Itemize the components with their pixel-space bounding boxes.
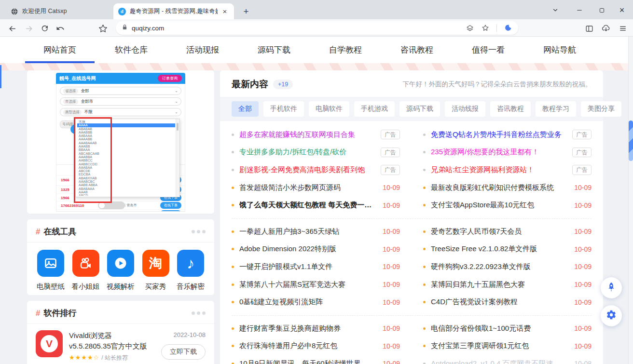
news-item-title[interactable]: 支付宝领AppStore最高10元红包	[431, 201, 568, 210]
nav-item-5[interactable]: 咨讯教程	[400, 37, 433, 63]
more-dots-icon[interactable]	[192, 311, 206, 315]
close-window-button[interactable]: ×	[614, 4, 630, 16]
tool-4[interactable]: ♪音乐解密	[175, 250, 206, 291]
item-bullet	[423, 266, 426, 268]
tab-welcome[interactable]: 欢迎使用 Catsxp	[6, 3, 110, 19]
tool-0[interactable]: 电脑壁纸	[35, 250, 67, 291]
news-item-title[interactable]: 专业拼多多助力/拆红包/转盘/砍价	[239, 148, 375, 157]
music-glyph: ♪	[187, 256, 194, 271]
page-scrollbar[interactable]	[628, 37, 633, 364]
nav-item-2[interactable]: 活动现报	[186, 37, 219, 63]
menu-icon[interactable]	[617, 22, 629, 35]
item-date: 10-09	[574, 298, 592, 306]
news-item-title[interactable]: 某博回归第九十五届黑色大赛	[431, 280, 568, 289]
bookmark-star-icon[interactable]	[481, 24, 490, 32]
ad-badge: 广告	[572, 130, 592, 139]
news-item-title[interactable]: 爱奇艺数字人民币领7天会员	[431, 227, 568, 236]
news-item-title[interactable]: 兄弟站:红尘资源网福利资源站！	[431, 165, 566, 175]
news-item-title[interactable]: 剧迷影视-全网免费高清电影美剧看到饱	[239, 165, 375, 175]
picker-header: 靓号_在线选号网 订单查询	[56, 73, 185, 84]
dark-mode-moon-icon[interactable]	[504, 24, 512, 32]
item-date: 10-09	[383, 324, 400, 332]
filter-tab-2[interactable]: 电脑软件	[309, 101, 349, 117]
download-now-button[interactable]: 立即下载	[161, 344, 206, 360]
nav-item-7[interactable]: 网站导航	[543, 37, 576, 63]
filter-tab-3[interactable]: 手机游戏	[354, 101, 395, 117]
field-value: 全部市	[81, 99, 94, 105]
home-star-icon[interactable]	[96, 22, 109, 35]
vivaldi-icon: V	[36, 330, 63, 357]
item-bullet	[423, 230, 426, 233]
news-item-title[interactable]: C4D广告视觉设计案例教程	[431, 297, 568, 307]
decorative-banner	[0, 63, 629, 70]
order-online-button[interactable]: 在线下单	[160, 210, 181, 211]
tab-quqizy[interactable]: d 趣奇资源网 - 残雪资源网,趣味奇妙 ×	[113, 3, 234, 19]
news-item-title[interactable]: 饿了么每天领大额红包教程 每天免费一顿饭	[239, 201, 377, 210]
news-item-title[interactable]: 0基础建立短视频引流矩阵	[239, 297, 377, 307]
news-item-title[interactable]: 免费送Q钻名片赞/快手抖音粉丝点赞业务	[431, 130, 566, 139]
more-dots-icon[interactable]	[192, 230, 206, 233]
news-item-title[interactable]: 硬件狗狗v3.2.22.0923单文件版	[431, 262, 568, 271]
nav-item-1[interactable]: 软件仓库	[115, 37, 148, 63]
filter-tab-0[interactable]: 全部	[232, 101, 259, 117]
settings-button[interactable]	[601, 305, 622, 326]
filter-tab-8[interactable]: 美图分享	[581, 101, 621, 117]
news-item-title[interactable]: TreeSize Free v2.1.0.82单文件版	[431, 244, 568, 254]
edge-floating-tab[interactable]	[0, 65, 1, 88]
news-item-title[interactable]: 超多在家就能赚钱的互联网项目合集	[239, 130, 375, 139]
news-col-left: 超多在家就能赚钱的互联网项目合集广告专业拼多多助力/拆红包/转盘/砍价广告剧迷影…	[232, 126, 400, 214]
maximize-button[interactable]	[593, 4, 610, 16]
order-online-button[interactable]: 在线下单	[160, 202, 181, 209]
filter-tab-4[interactable]: 源码下载	[399, 101, 440, 117]
news-item-title[interactable]: Antdownload2_v1.0.4 百度网盘不限速	[431, 359, 568, 364]
back-icon[interactable]	[6, 22, 18, 35]
nav-item-3[interactable]: 源码下载	[258, 37, 290, 63]
tool-1[interactable]: 看小姐姐	[70, 250, 102, 291]
item-date: 10-09	[574, 263, 592, 270]
filter-tab-1[interactable]: 手机软件	[263, 101, 304, 117]
download-icon[interactable]	[600, 22, 612, 35]
news-item-title[interactable]: 某博第八十六届黑S冠军竞选大赛	[239, 280, 377, 289]
filter-tab-6[interactable]: 咨讯教程	[490, 101, 531, 117]
number-picker-ad-image[interactable]: 靓号_在线选号网 订单查询 省选择 全部 ⌄ 市选择 全部市 ⌄ 类型选择 不限…	[27, 70, 214, 214]
tool-2[interactable]: 视频解析	[105, 250, 137, 291]
field-label: 市选择	[63, 99, 78, 105]
tool-3[interactable]: 淘买家秀	[140, 250, 172, 291]
minimize-button[interactable]	[571, 4, 588, 16]
software-version[interactable]: v5.5.2805.35官方中文版	[69, 341, 155, 351]
tab-search-chevron-icon[interactable]	[547, 4, 564, 16]
reload-icon[interactable]	[39, 22, 51, 35]
nav-item-0[interactable]: 网站首页	[43, 37, 76, 63]
close-tab-icon[interactable]: ×	[220, 7, 229, 16]
nav-item-4[interactable]: 自学教程	[329, 37, 362, 63]
filter-tab-5[interactable]: 活动线报	[445, 101, 485, 117]
nav-item-6[interactable]: 值得一看	[472, 37, 505, 63]
new-tab-button[interactable]: +	[240, 5, 252, 18]
undo-icon[interactable]	[54, 22, 67, 35]
news-item-title[interactable]: 235资源网/你想要的我这里都有！	[431, 148, 566, 157]
news-item-title[interactable]: 一键开启护眼模式v1.1单文件	[239, 262, 377, 271]
news-item-title[interactable]: 首发超级简洁小米步数网页源码	[239, 183, 377, 192]
browser-window: 欢迎使用 Catsxp d 趣奇资源网 - 残雪资源网,趣味奇妙 × + ×	[0, 0, 633, 364]
reader-layers-icon[interactable]	[466, 24, 474, 32]
news-item-title[interactable]: 农行珠海特邀用户必中8元红包	[239, 341, 377, 351]
address-bar[interactable]: quqizy.com	[116, 21, 518, 35]
ranking-item-vivaldi[interactable]: V Vivaldi浏览器 v5.5.2805.35官方中文版 ★★★★☆/ 站长…	[27, 324, 214, 362]
news-item-title[interactable]: 最新改良版彩虹代刷知识付费模板系统	[431, 183, 568, 192]
news-item-title[interactable]: Adobe Dimension 2022特别版	[239, 244, 377, 254]
news-item-title[interactable]: 电信部分省份领取1~100元话费	[431, 324, 568, 333]
news-item-title[interactable]: 10月9日新闻早讯，每天60秒读懂世界	[239, 359, 377, 364]
forward-icon[interactable]	[23, 22, 35, 35]
filter-tab-7[interactable]: 教程学习	[536, 101, 576, 117]
url-text[interactable]: quqizy.com	[132, 25, 459, 32]
back-to-top-button[interactable]	[601, 277, 622, 298]
news-item-title[interactable]: 一拳超人新用户抽3~365天绿钻	[239, 227, 377, 236]
news-item-title[interactable]: 支付宝第三季度调研领1元红包	[431, 341, 568, 351]
software-name[interactable]: Vivaldi浏览器	[69, 330, 155, 341]
news-item: Antdownload2_v1.0.4 百度网盘不限速10-08	[423, 355, 592, 364]
split-view-icon[interactable]	[583, 22, 595, 35]
picker-body: 省选择 全部 ⌄ 市选择 全部市 ⌄ 类型选择 不限 ⌄ 号码搜索	[56, 84, 185, 212]
scrollbar-thumb[interactable]	[629, 121, 633, 161]
picker-title: 靓号_在线选号网	[59, 75, 96, 82]
news-item-title[interactable]: 建行财富季集豆兑换商超购物券	[239, 324, 377, 333]
